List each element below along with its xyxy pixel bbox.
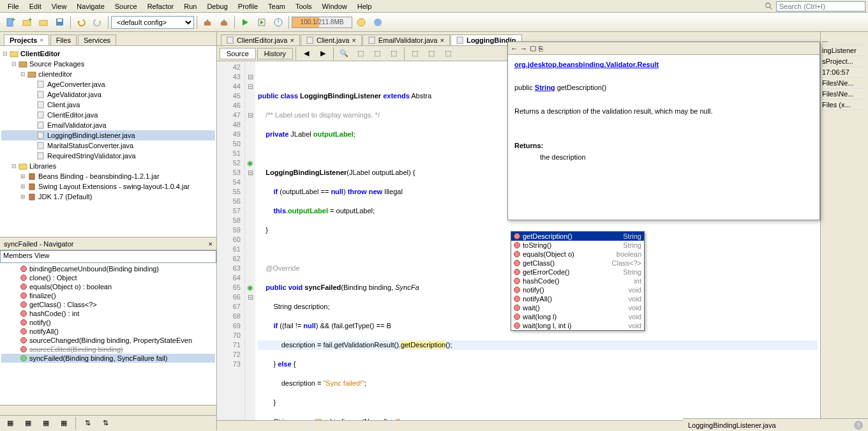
right-row[interactable]: ...: [822, 34, 867, 45]
heap-indicator[interactable]: 100.1/211.8MB: [292, 17, 352, 28]
gc-button[interactable]: [354, 15, 369, 30]
ed-tool-button[interactable]: ⬚: [370, 46, 385, 61]
config-select[interactable]: <default config>: [111, 16, 194, 29]
close-icon[interactable]: ×: [352, 36, 355, 44]
tree-file[interactable]: LoggingBindingListener.java: [1, 130, 215, 140]
window-icon[interactable]: ▢: [530, 44, 536, 52]
save-all-button[interactable]: [52, 15, 68, 30]
completion-item[interactable]: getDescription()String: [511, 232, 644, 241]
right-row[interactable]: Files\Ne...: [822, 89, 867, 100]
tree-project-root[interactable]: ⊟ClientEditor: [1, 49, 215, 59]
close-icon[interactable]: ×: [290, 36, 294, 44]
tree-file[interactable]: AgeConverter.java: [1, 79, 215, 89]
new-file-button[interactable]: +: [3, 15, 18, 30]
build-button[interactable]: [200, 15, 215, 30]
profile-button[interactable]: [271, 15, 286, 30]
debug-button[interactable]: [254, 15, 269, 30]
menu-help[interactable]: Help: [352, 1, 377, 11]
redo-button[interactable]: [90, 15, 105, 30]
menu-navigate[interactable]: Navigate: [71, 1, 109, 11]
undo-button[interactable]: [73, 15, 89, 30]
menu-window[interactable]: Window: [317, 1, 352, 11]
menu-debug[interactable]: Debug: [202, 1, 232, 11]
tree-file[interactable]: ClientEditor.java: [1, 110, 215, 120]
nav-sort-button[interactable]: ⇅: [80, 416, 95, 431]
search-input[interactable]: [776, 1, 865, 11]
tree-file[interactable]: RequiredStringValidator.java: [1, 151, 215, 161]
new-project-button[interactable]: +: [19, 15, 34, 30]
line-gutter[interactable]: 4243444546474849505152535455565758596061…: [217, 61, 245, 420]
nav-item[interactable]: equals(Object o) : boolean: [1, 282, 215, 291]
run-button[interactable]: [237, 15, 253, 30]
right-row[interactable]: Files\Ne...: [822, 78, 867, 89]
navigator-list[interactable]: bindingBecameUnbound(Binding binding) cl…: [0, 263, 216, 405]
completion-item[interactable]: getErrorCode()String: [511, 268, 644, 276]
open-button[interactable]: [36, 15, 51, 30]
forward-icon[interactable]: →: [520, 45, 527, 52]
stop-button[interactable]: [370, 15, 385, 30]
ed-find-button[interactable]: 🔍: [336, 46, 352, 61]
nav-item[interactable]: notify(): [1, 318, 215, 327]
ed-tool-button[interactable]: ⬚: [386, 46, 401, 61]
navigator-view-select[interactable]: Members View: [0, 250, 216, 263]
completion-item[interactable]: wait(long l, int i)void: [511, 321, 644, 330]
tree-package[interactable]: ⊟clienteditor: [1, 69, 215, 79]
project-tree[interactable]: ⊟ClientEditor ⊟Source Packages ⊟cliented…: [0, 46, 216, 238]
menu-source[interactable]: Source: [110, 1, 142, 11]
completion-item[interactable]: hashCode()int: [511, 276, 644, 285]
ed-tool-button[interactable]: ⬚: [424, 46, 439, 61]
menu-profile[interactable]: Profile: [233, 1, 263, 11]
menu-edit[interactable]: Edit: [24, 1, 47, 11]
nav-filter-button[interactable]: ▦: [20, 416, 36, 431]
tree-libraries[interactable]: ⊟Libraries: [1, 161, 215, 171]
tree-file[interactable]: Client.java: [1, 100, 215, 110]
nav-item[interactable]: getClass() : Class<?>: [1, 300, 215, 309]
editor-tab[interactable]: ClientEditor.java×: [221, 34, 300, 45]
ed-nav-button[interactable]: ◀: [299, 46, 314, 61]
close-icon[interactable]: ×: [209, 240, 213, 248]
completion-popup[interactable]: getDescription()String toString()String …: [511, 231, 645, 331]
javadoc-class-link[interactable]: org.jdesktop.beansbinding.Validator.Resu…: [514, 61, 659, 68]
nav-item[interactable]: bindingBecameUnbound(Binding binding): [1, 264, 215, 273]
completion-item[interactable]: notifyAll()void: [511, 294, 644, 303]
completion-item[interactable]: getClass()Class<?>: [511, 259, 644, 268]
tree-file[interactable]: AgeValidator.java: [1, 89, 215, 100]
tab-services[interactable]: Services: [78, 34, 116, 45]
completion-item[interactable]: wait(long l)void: [511, 312, 644, 321]
menu-file[interactable]: File: [3, 1, 24, 11]
tree-jar[interactable]: ⊞Beans Binding - beansbinding-1.2.1.jar: [1, 171, 215, 181]
menu-refactor[interactable]: Refactor: [142, 1, 179, 11]
subtab-history[interactable]: History: [257, 48, 293, 59]
tree-src-packages[interactable]: ⊟Source Packages: [1, 59, 215, 69]
menu-tools[interactable]: Tools: [290, 1, 317, 11]
nav-item[interactable]: sourceChanged(Binding binding, PropertyS…: [1, 336, 215, 345]
javadoc-type-link[interactable]: String: [535, 84, 555, 91]
tree-file[interactable]: MaritalStatusConverter.java: [1, 140, 215, 151]
tab-projects[interactable]: Projects×: [4, 34, 49, 45]
completion-item[interactable]: wait()void: [511, 303, 644, 312]
nav-item[interactable]: notifyAll(): [1, 327, 215, 336]
right-row[interactable]: Files (x...: [822, 100, 867, 110]
nav-filter-button[interactable]: ▦: [3, 416, 18, 431]
browser-icon[interactable]: ⎘: [539, 45, 543, 52]
nav-filter-button[interactable]: ▦: [38, 416, 54, 431]
nav-filter-button[interactable]: ▦: [56, 416, 71, 431]
subtab-source[interactable]: Source: [220, 48, 256, 59]
tree-jdk[interactable]: ⊞JDK 1.7 (Default): [1, 192, 215, 202]
ed-tool-button[interactable]: ⬚: [353, 46, 368, 61]
right-row[interactable]: 17:06:57: [822, 67, 867, 78]
ed-nav-button[interactable]: ▶: [315, 46, 331, 61]
nav-scrollbar[interactable]: [0, 405, 216, 415]
nav-item[interactable]: finalize(): [1, 291, 215, 300]
tree-jar[interactable]: ⊞Swing Layout Extensions - swing-layout-…: [1, 181, 215, 192]
clean-build-button[interactable]: [216, 15, 232, 30]
ed-tool-button[interactable]: ⬚: [440, 46, 456, 61]
ed-tool-button[interactable]: ⬚: [407, 46, 423, 61]
glyph-margin[interactable]: ⊟⊟ ⊟ ◉⊟ ◉⊟: [245, 61, 255, 420]
tab-files[interactable]: Files: [50, 34, 77, 45]
back-icon[interactable]: ←: [511, 45, 518, 52]
nav-item[interactable]: hashCode() : int: [1, 309, 215, 318]
close-icon[interactable]: ×: [440, 36, 444, 44]
nav-sort-button[interactable]: ⇅: [98, 416, 113, 431]
help-icon[interactable]: ?: [854, 421, 863, 430]
